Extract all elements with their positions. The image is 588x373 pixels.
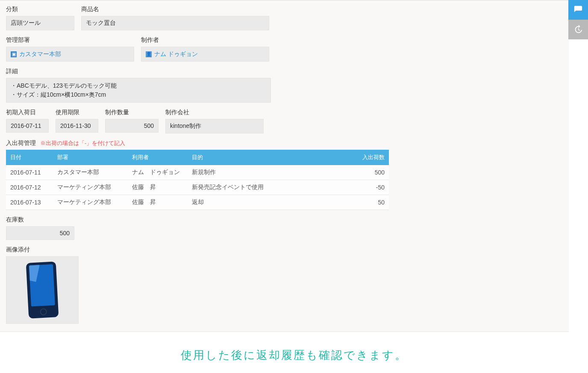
cell-amount: 50 bbox=[342, 195, 389, 210]
arrival-value: 2016-07-11 bbox=[6, 119, 49, 133]
attach-label: 画像添付 bbox=[6, 246, 79, 254]
attachment-thumbnail[interactable] bbox=[6, 256, 79, 324]
department-value: ▣ カスタマー本部 bbox=[6, 47, 134, 62]
th-date: 日付 bbox=[6, 150, 53, 165]
ship-section-hint: ※出荷の場合は「-」を付けて記入 bbox=[40, 139, 125, 147]
maker-label: 制作会社 bbox=[165, 109, 264, 116]
expiry-label: 使用期限 bbox=[56, 109, 98, 116]
cell-date: 2016-07-11 bbox=[6, 165, 53, 180]
category-value: 店頭ツール bbox=[6, 16, 74, 30]
cell-date: 2016-07-13 bbox=[6, 195, 53, 210]
cell-purpose: 新発売記念イベントで使用 bbox=[188, 180, 342, 195]
comment-icon bbox=[573, 5, 583, 15]
expiry-value: 2016-11-30 bbox=[56, 119, 98, 133]
department-label: 管理部署 bbox=[6, 36, 134, 44]
table-row: 2016-07-11 カスタマー本部 ナム ドゥギョン 新規制作 500 bbox=[6, 165, 389, 180]
cell-date: 2016-07-12 bbox=[6, 180, 53, 195]
user-icon: 👤 bbox=[146, 51, 152, 57]
qty-label: 制作数量 bbox=[105, 109, 159, 116]
ship-section-label: 入出荷管理 bbox=[6, 139, 36, 147]
detail-label: 詳細 bbox=[6, 68, 271, 75]
history-icon bbox=[573, 25, 583, 34]
product-value: モック置台 bbox=[81, 16, 269, 30]
th-purpose: 目的 bbox=[188, 150, 342, 165]
org-icon: ▣ bbox=[11, 51, 17, 57]
table-row: 2016-07-13 マーケティング本部 佐藤 昇 返却 50 bbox=[6, 195, 389, 210]
phone-icon bbox=[26, 261, 59, 318]
stock-value: 500 bbox=[6, 226, 74, 240]
cell-user: 佐藤 昇 bbox=[128, 180, 188, 195]
department-link[interactable]: ▣ カスタマー本部 bbox=[11, 50, 61, 58]
caption-text: 使用した後に返却履歴も確認できます。 bbox=[181, 348, 407, 363]
qty-value: 500 bbox=[105, 119, 159, 133]
stock-label: 在庫数 bbox=[6, 216, 74, 224]
category-label: 分類 bbox=[6, 6, 74, 13]
cell-amount: -50 bbox=[342, 180, 389, 195]
product-label: 商品名 bbox=[81, 6, 269, 13]
ship-table: 日付 部署 利用者 目的 入出荷数 2016-07-11 カスタマー本部 ナム … bbox=[6, 150, 389, 210]
detail-value: ・ABCモデル、123モデルのモック可能 ・サイズ：縦10cm×横10cm×奥7… bbox=[6, 78, 271, 103]
cell-dept: カスタマー本部 bbox=[53, 165, 128, 180]
cell-purpose: 返却 bbox=[188, 195, 342, 210]
th-user: 利用者 bbox=[128, 150, 188, 165]
th-dept: 部署 bbox=[53, 150, 128, 165]
cell-user: 佐藤 昇 bbox=[128, 195, 188, 210]
cell-dept: マーケティング本部 bbox=[53, 180, 128, 195]
th-amount: 入出荷数 bbox=[342, 150, 389, 165]
cell-user: ナム ドゥギョン bbox=[128, 165, 188, 180]
author-label: 制作者 bbox=[141, 36, 269, 44]
table-row: 2016-07-12 マーケティング本部 佐藤 昇 新発売記念イベントで使用 -… bbox=[6, 180, 389, 195]
history-tab[interactable] bbox=[568, 20, 588, 39]
record-detail: 分類 店頭ツール 商品名 モック置台 管理部署 ▣ カスタマー本部 制作者 👤 … bbox=[0, 0, 569, 332]
comment-tab[interactable] bbox=[568, 0, 588, 20]
department-text: カスタマー本部 bbox=[19, 50, 61, 58]
cell-amount: 500 bbox=[342, 165, 389, 180]
side-tabs bbox=[568, 0, 588, 39]
arrival-label: 初期入荷日 bbox=[6, 109, 49, 116]
author-text: ナム ドゥギョン bbox=[154, 50, 198, 58]
detail-line1: ・ABCモデル、123モデルのモック可能 bbox=[11, 81, 266, 90]
caption-area: 使用した後に返却履歴も確認できます。 bbox=[0, 332, 588, 373]
maker-value: kintone制作 bbox=[165, 119, 264, 133]
cell-dept: マーケティング本部 bbox=[53, 195, 128, 210]
cell-purpose: 新規制作 bbox=[188, 165, 342, 180]
author-link[interactable]: 👤 ナム ドゥギョン bbox=[146, 50, 198, 58]
author-value: 👤 ナム ドゥギョン bbox=[141, 47, 269, 62]
detail-line2: ・サイズ：縦10cm×横10cm×奥7cm bbox=[11, 90, 266, 99]
